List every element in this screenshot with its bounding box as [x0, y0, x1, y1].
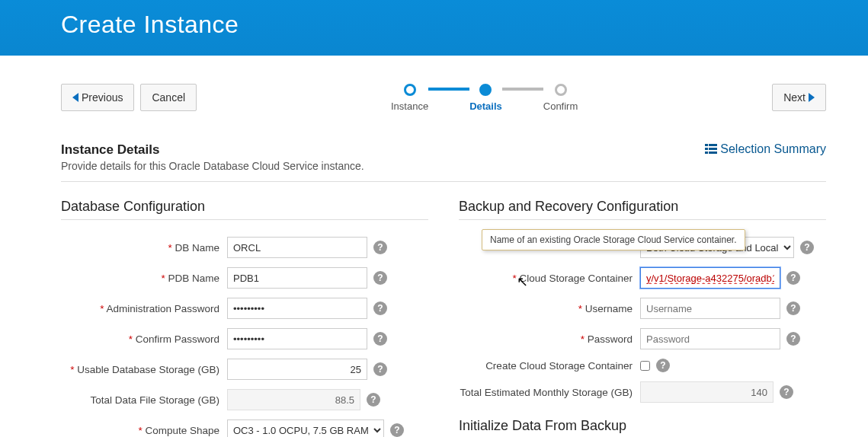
cancel-label: Cancel [152, 91, 185, 104]
confirm-password-label: Confirm Password [61, 333, 221, 345]
password-label: Password [459, 333, 634, 345]
admin-password-input[interactable] [227, 298, 367, 319]
help-icon[interactable]: ? [373, 301, 387, 315]
help-icon[interactable]: ? [373, 271, 387, 285]
pdb-name-label: PDB Name [61, 273, 221, 284]
backup-config-heading: Backup and Recovery Configuration [459, 199, 826, 220]
next-label: Next [783, 91, 806, 104]
svg-rect-2 [705, 148, 708, 150]
container-label: Cloud Storage Container [459, 273, 634, 284]
database-config-section: Database Configuration DB Name ? PDB Nam… [61, 199, 428, 437]
container-input[interactable] [640, 267, 780, 289]
confirm-password-input[interactable] [227, 328, 367, 349]
est-storage-value: 140 [640, 381, 774, 403]
create-container-checkbox[interactable] [640, 361, 650, 371]
cancel-button[interactable]: Cancel [140, 84, 197, 111]
step-details[interactable]: Details [469, 84, 502, 112]
chevron-left-icon [72, 93, 78, 102]
db-name-input[interactable] [227, 237, 367, 258]
previous-label: Previous [82, 91, 123, 104]
list-icon [705, 143, 717, 155]
section-title: Instance Details [61, 142, 364, 158]
progress-stepper: Instance Details Confirm [197, 78, 772, 116]
username-input[interactable] [640, 298, 780, 319]
db-name-label: DB Name [61, 242, 221, 254]
step-confirm[interactable]: Confirm [543, 84, 578, 112]
help-icon[interactable]: ? [373, 332, 387, 346]
svg-rect-0 [705, 144, 708, 146]
compute-shape-select[interactable]: OC3 - 1.0 OCPU, 7.5 GB RAM [227, 419, 384, 437]
next-button[interactable]: Next [772, 84, 826, 111]
content-area: Instance Details Provide details for thi… [0, 116, 868, 437]
previous-button[interactable]: Previous [61, 84, 134, 111]
chevron-right-icon [809, 93, 815, 102]
svg-rect-4 [705, 152, 708, 154]
svg-rect-5 [709, 152, 717, 154]
database-config-heading: Database Configuration [61, 199, 428, 220]
svg-rect-3 [709, 148, 717, 150]
total-storage-label: Total Data File Storage (GB) [61, 394, 221, 406]
est-storage-label: Total Estimated Monthly Storage (GB) [459, 387, 634, 398]
svg-rect-1 [709, 144, 717, 146]
help-icon[interactable]: ? [786, 301, 800, 315]
help-icon[interactable]: ? [373, 362, 387, 376]
container-tooltip: Name of an existing Oracle Storage Cloud… [482, 229, 745, 250]
toolbar: Previous Cancel Instance Details Confirm… [0, 56, 868, 116]
backup-password-input[interactable] [640, 328, 780, 349]
usable-storage-input[interactable] [227, 359, 367, 380]
total-storage-value: 88.5 [227, 389, 360, 410]
help-icon[interactable]: ? [800, 241, 814, 254]
step-instance[interactable]: Instance [391, 84, 428, 112]
help-icon[interactable]: ? [656, 359, 670, 372]
pdb-name-input[interactable] [227, 267, 367, 289]
compute-shape-label: Compute Shape [61, 425, 221, 436]
admin-password-label: Administration Password [61, 303, 221, 314]
section-subtitle: Provide details for this Oracle Database… [61, 160, 364, 172]
help-icon[interactable]: ? [390, 423, 404, 437]
backup-config-section: Backup and Recovery Configuration Name o… [459, 199, 826, 437]
selection-summary-link[interactable]: Selection Summary [705, 142, 826, 156]
selection-summary-label: Selection Summary [720, 142, 826, 156]
usable-storage-label: Usable Database Storage (GB) [61, 364, 221, 375]
help-icon[interactable]: ? [786, 271, 800, 285]
help-icon[interactable]: ? [373, 241, 387, 254]
init-backup-heading: Initialize Data From Backup [459, 418, 826, 437]
help-icon[interactable]: ? [780, 385, 793, 399]
help-icon[interactable]: ? [367, 393, 380, 407]
help-icon[interactable]: ? [786, 332, 800, 346]
page-title: Create Instance [61, 11, 868, 39]
page-header: Create Instance [0, 0, 868, 56]
create-container-label: Create Cloud Storage Container [459, 360, 634, 372]
username-label: Username [459, 303, 634, 314]
